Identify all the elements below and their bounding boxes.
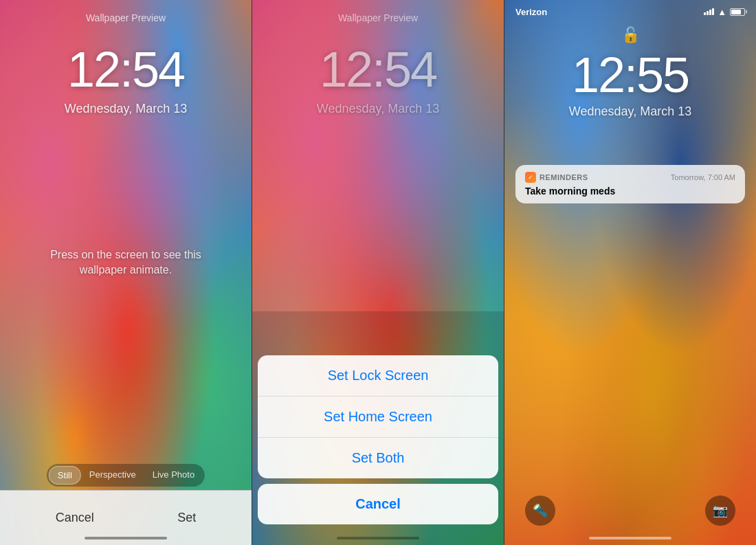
signal-bar-4 bbox=[712, 8, 714, 15]
torch-button[interactable]: 🔦 bbox=[525, 496, 555, 526]
reminders-app-icon: ✓ bbox=[525, 172, 536, 183]
carrier-label: Verizon bbox=[515, 7, 547, 17]
battery-fill bbox=[731, 10, 741, 14]
wallpaper-options: Still Perspective Live Photo bbox=[47, 464, 205, 487]
lock-date-1: Wednesday, March 13 bbox=[65, 102, 187, 116]
notification-title: Take morning meds bbox=[525, 186, 735, 197]
signal-bar-3 bbox=[709, 10, 711, 15]
option-live-photo[interactable]: Live Photo bbox=[144, 466, 203, 485]
cancel-button-1[interactable]: Cancel bbox=[56, 511, 94, 525]
signal-bars-icon bbox=[704, 8, 714, 15]
lock-time-1: 12:54 bbox=[67, 41, 184, 98]
lock-time-3: 12:55 bbox=[572, 47, 689, 103]
home-indicator-1 bbox=[85, 537, 167, 540]
status-bar: Verizon ▲ bbox=[504, 0, 756, 19]
action-sheet-cancel-button[interactable]: Cancel bbox=[258, 484, 498, 524]
notification-app-name: REMINDERS bbox=[540, 173, 588, 181]
phone3-lock-screen: Verizon ▲ 🔓 12:55 Wednesday, March 13 ✓ … bbox=[504, 0, 756, 545]
press-hint: Press on the screen to see this wallpape… bbox=[50, 247, 201, 278]
lock-icon: 🔓 bbox=[621, 26, 640, 44]
lock-date-3: Wednesday, March 13 bbox=[569, 104, 691, 119]
lock-date-2: Wednesday, March 13 bbox=[317, 102, 439, 116]
battery-icon bbox=[730, 8, 745, 16]
set-home-screen-button[interactable]: Set Home Screen bbox=[258, 397, 498, 438]
signal-bar-1 bbox=[704, 12, 706, 15]
notification-card: ✓ REMINDERS Tomorrow, 7:00 AM Take morni… bbox=[515, 165, 745, 203]
lock-time-2: 12:54 bbox=[320, 41, 436, 98]
phone2-action-sheet: Wallpaper Preview 12:54 Wednesday, March… bbox=[252, 0, 504, 545]
notification-header: ✓ REMINDERS Tomorrow, 7:00 AM bbox=[525, 172, 735, 183]
phone1-wallpaper-preview: Wallpaper Preview 12:54 Wednesday, March… bbox=[0, 0, 252, 545]
status-bar-right: ▲ bbox=[704, 7, 745, 17]
set-lock-screen-button[interactable]: Set Lock Screen bbox=[258, 355, 498, 397]
torch-icon: 🔦 bbox=[533, 503, 548, 518]
option-still[interactable]: Still bbox=[49, 466, 81, 485]
camera-icon: 📷 bbox=[713, 503, 728, 518]
home-indicator-3 bbox=[589, 537, 671, 540]
set-button-1[interactable]: Set bbox=[177, 511, 196, 525]
action-sheet-group: Set Lock Screen Set Home Screen Set Both bbox=[258, 355, 498, 478]
set-both-button[interactable]: Set Both bbox=[258, 438, 498, 478]
wifi-icon: ▲ bbox=[718, 7, 726, 17]
camera-button[interactable]: 📷 bbox=[705, 496, 735, 526]
signal-bar-2 bbox=[707, 11, 709, 15]
action-sheet: Set Lock Screen Set Home Screen Set Both… bbox=[252, 350, 504, 545]
option-perspective[interactable]: Perspective bbox=[81, 466, 144, 485]
wallpaper-preview-label-2: Wallpaper Preview bbox=[338, 12, 418, 23]
notification-app-info: ✓ REMINDERS bbox=[525, 172, 588, 183]
wallpaper-preview-label-1: Wallpaper Preview bbox=[86, 12, 166, 23]
home-indicator-2 bbox=[337, 537, 419, 540]
notification-time: Tomorrow, 7:00 AM bbox=[671, 173, 735, 181]
bottom-icons: 🔦 📷 bbox=[504, 496, 756, 526]
